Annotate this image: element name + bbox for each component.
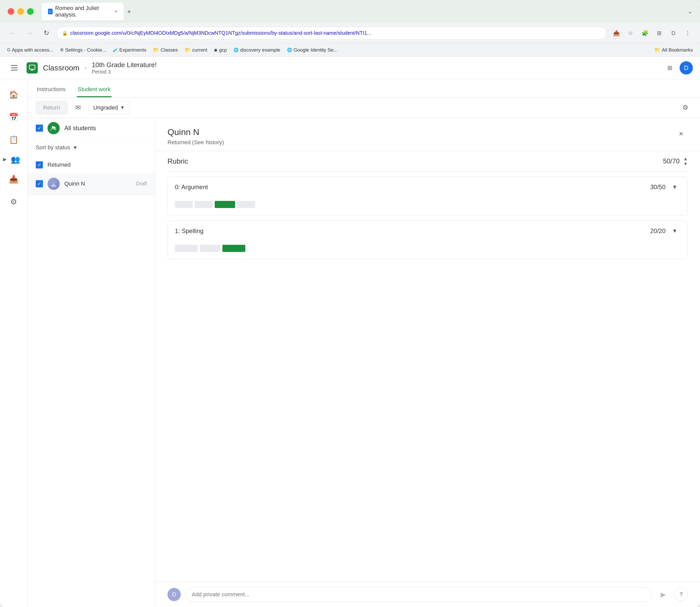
maximize-traffic-light[interactable] [27, 8, 34, 15]
browser-window: C Romeo and Juliet analysis. × + ⌄ ← → ↻… [0, 0, 700, 607]
sidebar-people-expand[interactable]: ▶ 👥 [0, 152, 27, 167]
criterion-spelling-expand[interactable]: ▼ [669, 225, 680, 237]
all-students-checkbox[interactable]: ✓ [36, 125, 43, 132]
criterion-argument-expand[interactable]: ▼ [669, 182, 680, 193]
grade-selector[interactable]: Ungraded ▼ [89, 101, 129, 114]
returned-checkbox[interactable]: ✓ [36, 161, 43, 168]
tab-instructions[interactable]: Instructions [36, 82, 67, 97]
email-button[interactable]: ✉ [71, 101, 85, 114]
return-button[interactable]: Return [36, 101, 67, 114]
tab-search-button[interactable]: ⊞ [653, 27, 665, 39]
bar-seg-2[interactable] [195, 201, 213, 208]
bookmark-google-identity[interactable]: 🌐 Google Identity Se... [284, 46, 340, 54]
user-avatar-button[interactable]: D [680, 61, 693, 75]
spelling-bar-seg-3-active[interactable] [222, 245, 245, 252]
bookmark-apps[interactable]: G Apps with access... [5, 46, 56, 54]
student-row[interactable]: ✓ Quinn N Dra [27, 173, 155, 194]
tab-close-button[interactable]: × [115, 9, 118, 14]
bar-seg-4[interactable] [237, 201, 255, 208]
rubric-score-arrows: ▲ ▼ [683, 156, 688, 166]
help-button[interactable]: ? [675, 588, 688, 601]
sort-dropdown-arrow[interactable]: ▼ [73, 145, 78, 151]
tab-menu-button[interactable]: ⌄ [688, 8, 692, 15]
bookmark-discovery[interactable]: 🌐 discovery example [231, 46, 283, 54]
app-header: Classroom › 10th Grade Literature! Perio… [0, 57, 700, 79]
tab-student-work[interactable]: Student work [77, 82, 111, 97]
more-button[interactable]: ⋮ [682, 27, 694, 39]
bookmark-experiments-icon: 🧪 [113, 47, 118, 52]
bookmark-settings[interactable]: ⚙ Settings - Cookie... [58, 46, 109, 54]
user-profile-button[interactable]: D [667, 27, 680, 39]
bookmark-experiments[interactable]: 🧪 Experiments [110, 46, 149, 54]
rubric-score-down[interactable]: ▼ [683, 162, 688, 166]
bookmark-settings-icon: ⚙ [60, 47, 64, 52]
browser-tab-active[interactable]: C Romeo and Juliet analysis. × [42, 3, 124, 20]
student-checkbox[interactable]: ✓ [36, 180, 43, 187]
browser-toolbar-actions: 📤 ☆ 🧩 ⊞ D ⋮ [610, 27, 694, 39]
bookmark-settings-label: Settings - Cookie... [65, 47, 106, 53]
criterion-argument-name: 0: Argument [175, 184, 208, 191]
classroom-logo [26, 62, 38, 74]
sidebar-calendar-button[interactable]: 📅 [4, 107, 24, 127]
expand-arrow-icon: ▶ [3, 156, 7, 162]
spelling-bar-seg-1[interactable] [175, 245, 198, 252]
back-button[interactable]: ← [6, 26, 19, 40]
hamburger-menu-button[interactable] [7, 61, 21, 75]
svg-point-3 [52, 181, 55, 184]
sort-label: Sort by status [36, 144, 70, 151]
bar-seg-1[interactable] [175, 201, 193, 208]
all-students-label: All students [64, 125, 96, 132]
course-period: Period 3 [91, 69, 157, 75]
sidebar-todo-button[interactable]: 📥 [4, 169, 24, 189]
bookmark-button[interactable]: ☆ [624, 27, 637, 39]
commenter-avatar: D [167, 588, 181, 601]
apps-grid-button[interactable]: ⊞ [663, 61, 677, 75]
close-traffic-light[interactable] [8, 8, 14, 15]
bookmark-gcp[interactable]: ◉ gcp [211, 46, 229, 54]
forward-button[interactable]: → [23, 26, 36, 40]
minimize-traffic-light[interactable] [17, 8, 24, 15]
tab-favicon: C [48, 9, 53, 14]
close-panel-button[interactable]: × [675, 127, 688, 140]
comment-input[interactable] [185, 587, 652, 602]
svg-point-2 [54, 127, 56, 128]
sidebar-people-button[interactable]: 👥 [8, 152, 23, 167]
svg-rect-0 [29, 65, 35, 69]
address-bar[interactable]: 🔒 classroom.google.com/u/0/c/NjEyMDI4ODI… [57, 27, 606, 40]
cast-button[interactable]: 📤 [610, 27, 622, 39]
sidebar-home-button[interactable]: 🏠 [4, 84, 24, 105]
sidebar-assignments-button[interactable]: 📋 [4, 129, 24, 150]
send-comment-button[interactable]: ▶ [657, 588, 670, 601]
bookmark-google-identity-icon: 🌐 [287, 47, 292, 52]
criterion-spelling-score-text: 20/20 [650, 227, 665, 235]
grade-dropdown-arrow: ▼ [120, 105, 125, 110]
spelling-bar-seg-2[interactable] [200, 245, 220, 252]
status-section-returned: ✓ Returned [27, 157, 155, 173]
bookmark-current-icon: 📁 [185, 47, 191, 53]
sidebar: 🏠 📅 📋 ▶ 👥 📥 ⚙ [0, 79, 27, 607]
browser-toolbar: ← → ↻ 🔒 classroom.google.com/u/0/c/NjEyM… [0, 23, 700, 43]
student-name: Quinn N [64, 181, 131, 187]
bar-seg-3-active[interactable] [215, 201, 235, 208]
extensions-button[interactable]: 🧩 [639, 27, 651, 39]
bookmark-current[interactable]: 📁 current [182, 46, 210, 54]
sidebar-settings-button[interactable]: ⚙ [4, 191, 24, 212]
bookmark-apps-label: Apps with access... [12, 47, 53, 53]
settings-button[interactable]: ⚙ [679, 101, 692, 114]
rubric-header: Rubric 50/70 ▲ ▼ [167, 151, 688, 171]
rubric-score-up[interactable]: ▲ [683, 156, 688, 161]
bookmark-discovery-icon: 🌐 [233, 47, 239, 52]
bookmark-classes[interactable]: 📁 Classes [150, 46, 181, 54]
browser-titlebar: C Romeo and Juliet analysis. × + ⌄ [0, 0, 700, 23]
all-bookmarks[interactable]: 📁 All Bookmarks [652, 46, 695, 54]
rubric-score: 50/70 ▲ ▼ [663, 156, 688, 166]
course-info: 10th Grade Literature! Period 3 [91, 61, 157, 75]
bookmark-gcp-label: gcp [219, 47, 227, 53]
sort-row: Sort by status ▼ [27, 138, 155, 157]
criterion-spelling-name: 1: Spelling [175, 227, 204, 235]
rubric-score-text: 50/70 [663, 157, 680, 165]
criterion-spelling-bar [168, 241, 687, 259]
refresh-button[interactable]: ↻ [40, 26, 53, 40]
returned-checkbox-check: ✓ [38, 162, 41, 168]
new-tab-button[interactable]: + [125, 7, 133, 17]
